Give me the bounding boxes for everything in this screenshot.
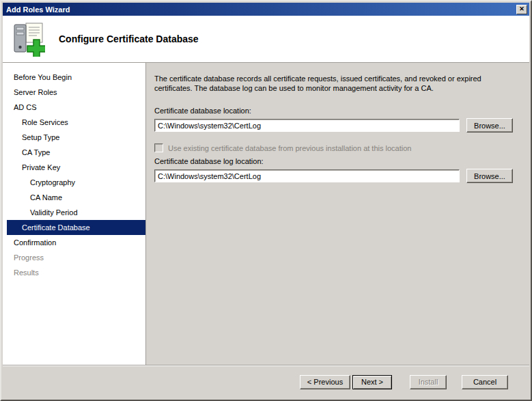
titlebar[interactable]: Add Roles Wizard ✕ — [3, 3, 529, 16]
description-text: The certificate database records all cer… — [154, 74, 518, 93]
sidebar-item-server-roles[interactable]: Server Roles — [3, 85, 145, 100]
browse-log-button[interactable]: Browse... — [466, 169, 513, 183]
sidebar-item-before-you-begin[interactable]: Before You Begin — [3, 70, 145, 85]
existing-db-checkbox[interactable] — [154, 143, 163, 152]
sidebar-item-ca-name[interactable]: CA Name — [3, 190, 145, 205]
sidebar-item-certificate-database[interactable]: Certificate Database — [7, 220, 145, 235]
sidebar-item-confirmation[interactable]: Confirmation — [3, 235, 145, 250]
wizard-header: Configure Certificate Database — [3, 16, 529, 63]
sidebar-item-role-services[interactable]: Role Services — [3, 115, 145, 130]
next-button[interactable]: Next > — [352, 375, 392, 389]
cancel-button[interactable]: Cancel — [462, 375, 508, 389]
browse-db-button[interactable]: Browse... — [466, 118, 513, 133]
sidebar-item-private-key[interactable]: Private Key — [3, 160, 145, 175]
sidebar-item-ad-cs[interactable]: AD CS — [3, 100, 145, 115]
db-location-row: Browse... — [154, 118, 518, 133]
sidebar-item-cryptography[interactable]: Cryptography — [3, 175, 145, 190]
db-location-label: Certificate database location: — [154, 107, 518, 115]
wizard-icon — [11, 21, 45, 57]
window-title: Add Roles Wizard — [6, 5, 70, 14]
sidebar-item-validity-period[interactable]: Validity Period — [3, 205, 145, 220]
footer-button-bar: < Previous Next > Install Cancel — [3, 365, 529, 398]
sidebar-item-results: Results — [3, 265, 145, 280]
server-with-green-plus-icon — [11, 21, 45, 57]
close-button[interactable]: ✕ — [516, 5, 527, 14]
log-location-input[interactable] — [154, 169, 460, 182]
install-button[interactable]: Install — [410, 375, 447, 389]
wizard-body: Before You BeginServer RolesAD CSRole Se… — [3, 63, 529, 365]
log-location-label: Certificate database log location: — [154, 157, 518, 165]
page-title: Configure Certificate Database — [59, 33, 199, 44]
db-location-input[interactable] — [154, 119, 460, 132]
log-location-row: Browse... — [154, 169, 518, 183]
close-icon: ✕ — [519, 6, 524, 12]
sidebar-item-ca-type[interactable]: CA Type — [3, 145, 145, 160]
previous-button[interactable]: < Previous — [300, 375, 350, 389]
content-pane: The certificate database records all cer… — [146, 63, 529, 365]
add-roles-wizard-window: Add Roles Wizard ✕ Configure Certificate… — [0, 0, 532, 401]
sidebar-item-progress: Progress — [3, 250, 145, 265]
wizard-steps-sidebar: Before You BeginServer RolesAD CSRole Se… — [3, 63, 146, 365]
sidebar-item-setup-type[interactable]: Setup Type — [3, 130, 145, 145]
existing-db-checkbox-label: Use existing certificate database from p… — [168, 144, 411, 152]
existing-db-checkbox-row: Use existing certificate database from p… — [154, 143, 518, 152]
